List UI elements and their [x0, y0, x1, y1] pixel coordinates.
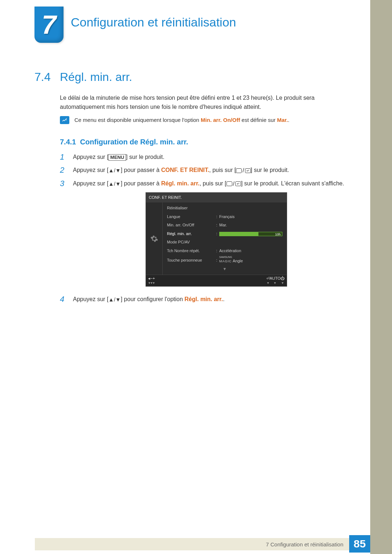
footer-bar: 7 Configuration et réinitialisation	[35, 538, 349, 550]
chapter-tab: 7	[34, 7, 64, 43]
up-down-icon: ▲/▼	[109, 180, 121, 188]
page-number: 85	[349, 535, 370, 553]
note-icon	[60, 116, 69, 124]
step-4-text: Appuyez sur [▲/▼] pour configurer l'opti…	[73, 295, 225, 304]
enter-icon: /	[236, 166, 250, 175]
steps-list: 1 Appuyez sur [MENU] sur le produit. 2 A…	[60, 152, 354, 308]
osd-row: Langue:Français	[163, 213, 287, 221]
osd-screenshot: CONF. ET REINIT. Réinitialiser Langue:Fr…	[146, 192, 287, 287]
chapter-number: 7	[42, 10, 56, 40]
section-title: Régl. min. arr.	[60, 70, 132, 84]
enter-icon: /	[226, 179, 241, 189]
osd-row: Touche personneue:SAMSUNGMAGIC Angle	[163, 255, 287, 266]
osd-menu: Réinitialiser Langue:Français Min. arr. …	[163, 202, 287, 275]
menu-button-label: MENU	[109, 154, 126, 161]
note-text: Ce menu est disponible uniquement lorsqu…	[74, 116, 289, 124]
step-3: 3 Appuyez sur [▲/▼] pour passer à Régl. …	[60, 179, 354, 291]
osd-footer: ◂▾ −▾ +▾ ⏎▾ AUTO▾ ⏻▾	[146, 275, 287, 286]
step-2: 2 Appuyez sur [▲/▼] pour passer à CONF. …	[60, 165, 354, 175]
step-2-text: Appuyez sur [▲/▼] pour passer à CONF. ET…	[73, 165, 289, 175]
osd-row-active: Régl. min. arr.:10h	[163, 230, 287, 238]
osd-title: CONF. ET REINIT.	[146, 193, 287, 203]
note-row: Ce menu est disponible uniquement lorsqu…	[60, 116, 354, 124]
section-intro: Le délai de la minuterie de mise hors te…	[60, 94, 354, 112]
section-number: 7.4	[34, 70, 50, 84]
chapter-title: Configuration et réinitialisation	[71, 15, 236, 29]
step-1-text: Appuyez sur [MENU] sur le produit.	[73, 152, 164, 162]
right-margin-band	[370, 0, 392, 554]
up-down-icon: ▲/▼	[109, 295, 121, 304]
page-footer: 7 Configuration et réinitialisation 85	[0, 534, 392, 554]
osd-row: Min. arr. On/Off:Mar.	[163, 221, 287, 230]
step-3-text: Appuyez sur [▲/▼] pour passer à Régl. mi…	[73, 179, 344, 291]
up-down-icon: ▲/▼	[109, 166, 121, 175]
osd-row: Mode PC/AV	[163, 238, 287, 247]
osd-scroll-down-icon: ▼	[163, 265, 287, 273]
osd-slider: 10h	[219, 232, 282, 236]
osd-row: Tch Nombre répét.:Accélération	[163, 247, 287, 255]
osd-row: Réinitialiser	[163, 204, 287, 213]
step-1: 1 Appuyez sur [MENU] sur le produit.	[60, 152, 354, 162]
gear-icon	[150, 235, 158, 243]
osd-sidebar	[146, 202, 163, 275]
step-4: 4 Appuyez sur [▲/▼] pour configurer l'op…	[60, 295, 354, 304]
subsection-heading: 7.4.1 Configuration de Régl. min. arr.	[60, 138, 188, 146]
